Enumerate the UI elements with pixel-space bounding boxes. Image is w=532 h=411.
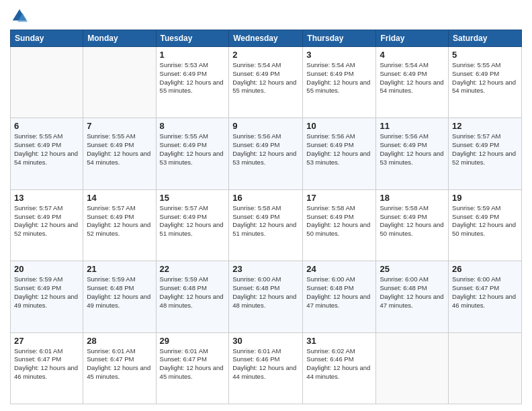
calendar-cell: 23Sunrise: 6:00 AMSunset: 6:48 PMDayligh… xyxy=(229,261,303,332)
calendar-cell: 21Sunrise: 5:59 AMSunset: 6:48 PMDayligh… xyxy=(83,261,156,332)
day-number: 30 xyxy=(232,336,299,346)
calendar-header-row: SundayMondayTuesdayWednesdayThursdayFrid… xyxy=(11,30,522,47)
calendar-week-row: 13Sunrise: 5:57 AMSunset: 6:49 PMDayligh… xyxy=(11,189,522,261)
logo xyxy=(10,7,32,26)
weekday-header-tuesday: Tuesday xyxy=(156,30,229,47)
day-detail: Sunrise: 5:57 AMSunset: 6:49 PMDaylight:… xyxy=(14,204,79,238)
weekday-header-wednesday: Wednesday xyxy=(229,30,303,47)
day-number: 3 xyxy=(306,50,372,60)
day-detail: Sunrise: 5:55 AMSunset: 6:49 PMDaylight:… xyxy=(160,132,226,167)
calendar-week-row: 20Sunrise: 5:59 AMSunset: 6:49 PMDayligh… xyxy=(11,261,522,332)
calendar-cell: 11Sunrise: 5:56 AMSunset: 6:49 PMDayligh… xyxy=(376,118,449,189)
calendar-cell: 16Sunrise: 5:58 AMSunset: 6:49 PMDayligh… xyxy=(229,189,303,261)
calendar-cell: 22Sunrise: 5:59 AMSunset: 6:48 PMDayligh… xyxy=(156,261,229,332)
calendar-cell: 14Sunrise: 5:57 AMSunset: 6:49 PMDayligh… xyxy=(83,189,156,261)
weekday-header-friday: Friday xyxy=(376,30,449,47)
day-number: 17 xyxy=(306,193,372,203)
calendar-cell: 6Sunrise: 5:55 AMSunset: 6:49 PMDaylight… xyxy=(11,118,83,189)
weekday-header-saturday: Saturday xyxy=(449,30,522,47)
day-number: 18 xyxy=(380,193,445,203)
day-number: 27 xyxy=(14,336,79,346)
day-number: 12 xyxy=(452,121,518,131)
calendar-cell: 13Sunrise: 5:57 AMSunset: 6:49 PMDayligh… xyxy=(11,189,83,261)
calendar-cell: 30Sunrise: 6:01 AMSunset: 6:46 PMDayligh… xyxy=(229,332,303,404)
calendar-cell: 27Sunrise: 6:01 AMSunset: 6:47 PMDayligh… xyxy=(11,332,83,404)
day-detail: Sunrise: 5:57 AMSunset: 6:49 PMDaylight:… xyxy=(160,204,226,238)
day-number: 8 xyxy=(160,121,226,131)
day-number: 15 xyxy=(160,193,226,203)
day-detail: Sunrise: 6:01 AMSunset: 6:47 PMDaylight:… xyxy=(87,347,152,381)
day-number: 14 xyxy=(87,193,152,203)
calendar-cell xyxy=(449,332,522,404)
day-number: 19 xyxy=(452,193,518,203)
calendar-cell xyxy=(83,47,156,118)
day-number: 11 xyxy=(380,121,445,131)
calendar-cell: 12Sunrise: 5:57 AMSunset: 6:49 PMDayligh… xyxy=(449,118,522,189)
day-number: 2 xyxy=(232,50,299,60)
day-detail: Sunrise: 6:00 AMSunset: 6:48 PMDaylight:… xyxy=(306,275,372,310)
calendar-cell: 1Sunrise: 5:53 AMSunset: 6:49 PMDaylight… xyxy=(156,47,229,118)
calendar-cell: 20Sunrise: 5:59 AMSunset: 6:49 PMDayligh… xyxy=(11,261,83,332)
day-detail: Sunrise: 5:58 AMSunset: 6:49 PMDaylight:… xyxy=(380,204,445,238)
calendar-cell xyxy=(376,332,449,404)
day-number: 21 xyxy=(87,264,152,274)
day-detail: Sunrise: 6:00 AMSunset: 6:48 PMDaylight:… xyxy=(232,275,299,310)
day-detail: Sunrise: 5:53 AMSunset: 6:49 PMDaylight:… xyxy=(160,61,226,95)
day-detail: Sunrise: 5:54 AMSunset: 6:49 PMDaylight:… xyxy=(380,61,445,95)
calendar-cell: 26Sunrise: 6:00 AMSunset: 6:47 PMDayligh… xyxy=(449,261,522,332)
day-detail: Sunrise: 5:55 AMSunset: 6:49 PMDaylight:… xyxy=(452,61,518,95)
day-detail: Sunrise: 6:00 AMSunset: 6:48 PMDaylight:… xyxy=(380,275,445,310)
weekday-header-thursday: Thursday xyxy=(303,30,376,47)
day-detail: Sunrise: 5:54 AMSunset: 6:49 PMDaylight:… xyxy=(306,61,372,95)
calendar-cell: 8Sunrise: 5:55 AMSunset: 6:49 PMDaylight… xyxy=(156,118,229,189)
day-detail: Sunrise: 5:58 AMSunset: 6:49 PMDaylight:… xyxy=(306,204,372,238)
logo-icon xyxy=(10,7,29,26)
calendar-cell: 7Sunrise: 5:55 AMSunset: 6:49 PMDaylight… xyxy=(83,118,156,189)
day-number: 7 xyxy=(87,121,152,131)
calendar-cell: 24Sunrise: 6:00 AMSunset: 6:48 PMDayligh… xyxy=(303,261,376,332)
day-number: 1 xyxy=(160,50,226,60)
day-detail: Sunrise: 5:56 AMSunset: 6:49 PMDaylight:… xyxy=(232,132,299,167)
calendar-week-row: 6Sunrise: 5:55 AMSunset: 6:49 PMDaylight… xyxy=(11,118,522,189)
day-detail: Sunrise: 5:56 AMSunset: 6:49 PMDaylight:… xyxy=(380,132,445,167)
day-number: 13 xyxy=(14,193,79,203)
day-number: 29 xyxy=(160,336,226,346)
day-detail: Sunrise: 5:55 AMSunset: 6:49 PMDaylight:… xyxy=(14,132,79,167)
day-number: 9 xyxy=(232,121,299,131)
day-number: 26 xyxy=(452,264,518,274)
calendar-cell: 5Sunrise: 5:55 AMSunset: 6:49 PMDaylight… xyxy=(449,47,522,118)
day-detail: Sunrise: 6:00 AMSunset: 6:47 PMDaylight:… xyxy=(452,275,518,310)
day-number: 6 xyxy=(14,121,79,131)
day-detail: Sunrise: 5:55 AMSunset: 6:49 PMDaylight:… xyxy=(87,132,152,167)
page: SundayMondayTuesdayWednesdayThursdayFrid… xyxy=(0,0,532,411)
day-number: 28 xyxy=(87,336,152,346)
day-detail: Sunrise: 5:54 AMSunset: 6:49 PMDaylight:… xyxy=(232,61,299,95)
day-number: 31 xyxy=(306,336,372,346)
calendar-week-row: 27Sunrise: 6:01 AMSunset: 6:47 PMDayligh… xyxy=(11,332,522,404)
day-detail: Sunrise: 6:01 AMSunset: 6:47 PMDaylight:… xyxy=(14,347,79,381)
day-number: 20 xyxy=(14,264,79,274)
calendar-cell: 18Sunrise: 5:58 AMSunset: 6:49 PMDayligh… xyxy=(376,189,449,261)
weekday-header-sunday: Sunday xyxy=(11,30,83,47)
calendar-cell xyxy=(11,47,83,118)
calendar-week-row: 1Sunrise: 5:53 AMSunset: 6:49 PMDaylight… xyxy=(11,47,522,118)
day-detail: Sunrise: 6:01 AMSunset: 6:46 PMDaylight:… xyxy=(232,347,299,381)
calendar-cell: 3Sunrise: 5:54 AMSunset: 6:49 PMDaylight… xyxy=(303,47,376,118)
day-number: 25 xyxy=(380,264,445,274)
day-detail: Sunrise: 5:59 AMSunset: 6:49 PMDaylight:… xyxy=(14,275,79,310)
day-number: 4 xyxy=(380,50,445,60)
day-number: 16 xyxy=(232,193,299,203)
calendar-cell: 4Sunrise: 5:54 AMSunset: 6:49 PMDaylight… xyxy=(376,47,449,118)
day-detail: Sunrise: 5:59 AMSunset: 6:48 PMDaylight:… xyxy=(160,275,226,310)
day-detail: Sunrise: 5:56 AMSunset: 6:49 PMDaylight:… xyxy=(306,132,372,167)
calendar-cell: 10Sunrise: 5:56 AMSunset: 6:49 PMDayligh… xyxy=(303,118,376,189)
day-number: 10 xyxy=(306,121,372,131)
day-number: 5 xyxy=(452,50,518,60)
calendar-cell: 9Sunrise: 5:56 AMSunset: 6:49 PMDaylight… xyxy=(229,118,303,189)
calendar-cell: 17Sunrise: 5:58 AMSunset: 6:49 PMDayligh… xyxy=(303,189,376,261)
calendar-table: SundayMondayTuesdayWednesdayThursdayFrid… xyxy=(10,30,522,404)
weekday-header-monday: Monday xyxy=(83,30,156,47)
calendar-cell: 31Sunrise: 6:02 AMSunset: 6:46 PMDayligh… xyxy=(303,332,376,404)
header xyxy=(10,7,522,26)
day-detail: Sunrise: 5:59 AMSunset: 6:48 PMDaylight:… xyxy=(87,275,152,310)
